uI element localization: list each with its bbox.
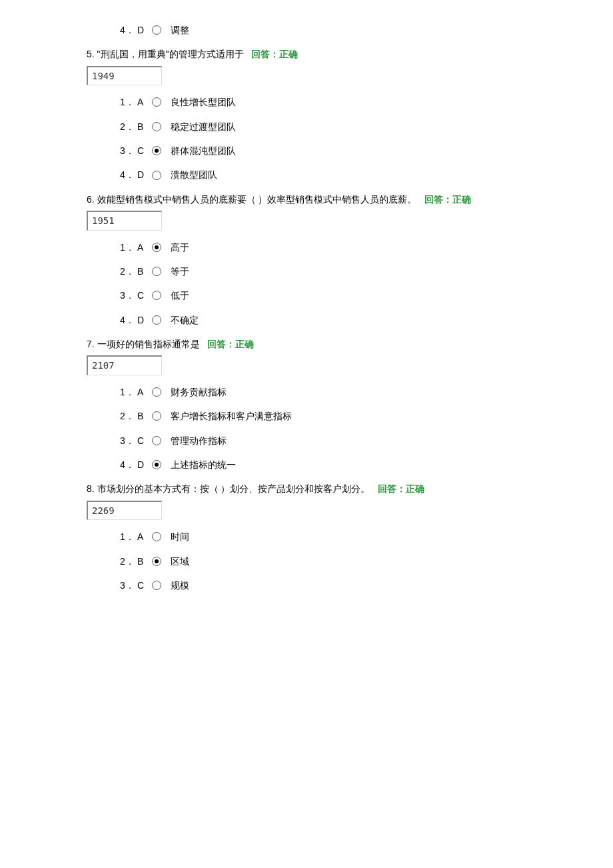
radio-icon[interactable]	[152, 411, 161, 421]
question-stem: 市场划分的基本方式有：按（ ）划分、按产品划分和按客户划分。	[97, 483, 370, 494]
option-letter: D	[137, 457, 149, 472]
q6-option-c: 3． C 低于	[120, 288, 526, 303]
option-letter: D	[137, 313, 149, 327]
option-text: 良性增长型团队	[171, 95, 236, 109]
radio-icon[interactable]	[152, 171, 161, 180]
option-number: 4．	[120, 313, 133, 327]
q7-option-d: 4． D 上述指标的统一	[120, 457, 526, 472]
q7-option-a: 1． A 财务贡献指标	[120, 385, 526, 399]
option-text: 溃散型团队	[171, 167, 217, 182]
q5-option-b: 2． B 稳定过渡型团队	[120, 119, 526, 134]
question-number: 5.	[87, 49, 97, 59]
radio-icon[interactable]	[152, 97, 161, 107]
radio-icon[interactable]	[152, 387, 161, 397]
q6-option-d: 4． D 不确定	[120, 313, 526, 327]
option-number: 4．	[120, 23, 133, 37]
option-letter: C	[137, 143, 149, 158]
q7-option-b: 2． B 客户增长指标和客户满意指标	[120, 409, 526, 423]
option-letter: B	[137, 554, 149, 569]
feedback-label: 回答：正确	[378, 483, 424, 494]
option-text: 调整	[171, 23, 189, 37]
option-number: 2．	[120, 264, 133, 279]
option-letter: C	[137, 578, 149, 593]
question-stem: 一项好的销售指标通常是	[97, 339, 200, 349]
option-text: 客户增长指标和客户满意指标	[171, 409, 292, 423]
question-5: 5. "刑乱国，用重典"的管理方式适用于 回答：正确	[87, 47, 526, 61]
radio-icon[interactable]	[152, 291, 161, 300]
option-text: 财务贡献指标	[171, 385, 227, 399]
option-text: 稳定过渡型团队	[171, 119, 236, 134]
radio-icon[interactable]	[152, 267, 161, 276]
q5-option-c: 3． C 群体混沌型团队	[120, 143, 526, 158]
option-number: 2．	[120, 119, 133, 134]
option-number: 4．	[120, 167, 133, 182]
question-number: 7.	[87, 339, 97, 349]
question-stem: "刑乱国，用重典"的管理方式适用于	[97, 49, 244, 59]
option-text: 等于	[171, 264, 189, 279]
option-text: 规模	[171, 578, 189, 593]
option-number: 2．	[120, 554, 133, 569]
id-box: 2269	[87, 501, 162, 520]
option-text: 高于	[171, 240, 189, 255]
q7-option-c: 3． C 管理动作指标	[120, 433, 526, 448]
radio-icon[interactable]	[152, 315, 161, 325]
radio-icon[interactable]	[152, 122, 161, 131]
option-number: 1．	[120, 385, 133, 399]
option-letter: D	[137, 167, 149, 182]
q4-option-d: 4． D 调整	[120, 23, 526, 37]
option-letter: A	[137, 240, 149, 255]
question-8: 8. 市场划分的基本方式有：按（ ）划分、按产品划分和按客户划分。 回答：正确	[87, 481, 526, 496]
q5-option-a: 1． A 良性增长型团队	[120, 95, 526, 109]
option-text: 上述指标的统一	[171, 457, 236, 472]
option-letter: B	[137, 409, 149, 423]
question-stem: 效能型销售模式中销售人员的底薪要（ ）效率型销售模式中销售人员的底薪。	[97, 194, 417, 205]
id-box: 1949	[87, 66, 162, 85]
option-number: 3．	[120, 578, 133, 593]
q5-option-d: 4． D 溃散型团队	[120, 167, 526, 182]
option-text: 区域	[171, 554, 189, 569]
q8-option-c: 3． C 规模	[120, 578, 526, 593]
question-number: 6.	[87, 194, 97, 205]
feedback-label: 回答：正确	[424, 194, 471, 205]
option-letter: A	[137, 529, 149, 544]
feedback-label: 回答：正确	[251, 49, 298, 59]
radio-icon[interactable]	[152, 532, 161, 541]
option-letter: B	[137, 119, 149, 134]
q6-option-a: 1． A 高于	[120, 240, 526, 255]
option-text: 管理动作指标	[171, 433, 227, 448]
radio-icon[interactable]	[152, 557, 161, 566]
option-number: 3．	[120, 288, 133, 303]
radio-icon[interactable]	[152, 146, 161, 155]
question-7: 7. 一项好的销售指标通常是 回答：正确	[87, 337, 526, 351]
id-box: 2107	[87, 355, 162, 375]
radio-icon[interactable]	[152, 243, 161, 252]
option-number: 1．	[120, 240, 133, 255]
option-text: 不确定	[171, 313, 199, 327]
q8-option-b: 2． B 区域	[120, 554, 526, 569]
option-number: 2．	[120, 409, 133, 423]
question-6: 6. 效能型销售模式中销售人员的底薪要（ ）效率型销售模式中销售人员的底薪。 回…	[87, 192, 526, 207]
option-letter: D	[137, 23, 149, 37]
option-number: 3．	[120, 143, 133, 158]
radio-icon[interactable]	[152, 25, 161, 35]
option-letter: A	[137, 385, 149, 399]
option-text: 时间	[171, 529, 189, 544]
radio-icon[interactable]	[152, 460, 161, 469]
option-letter: C	[137, 433, 149, 448]
q6-option-b: 2． B 等于	[120, 264, 526, 279]
option-text: 低于	[171, 288, 189, 303]
radio-icon[interactable]	[152, 581, 161, 590]
q8-option-a: 1． A 时间	[120, 529, 526, 544]
option-text: 群体混沌型团队	[171, 143, 236, 158]
option-number: 3．	[120, 433, 133, 448]
option-number: 1．	[120, 95, 133, 109]
question-number: 8.	[87, 483, 97, 494]
option-letter: A	[137, 95, 149, 109]
option-number: 1．	[120, 529, 133, 544]
option-letter: C	[137, 288, 149, 303]
id-box: 1951	[87, 211, 162, 230]
feedback-label: 回答：正确	[207, 339, 254, 349]
option-number: 4．	[120, 457, 133, 472]
option-letter: B	[137, 264, 149, 279]
radio-icon[interactable]	[152, 436, 161, 445]
